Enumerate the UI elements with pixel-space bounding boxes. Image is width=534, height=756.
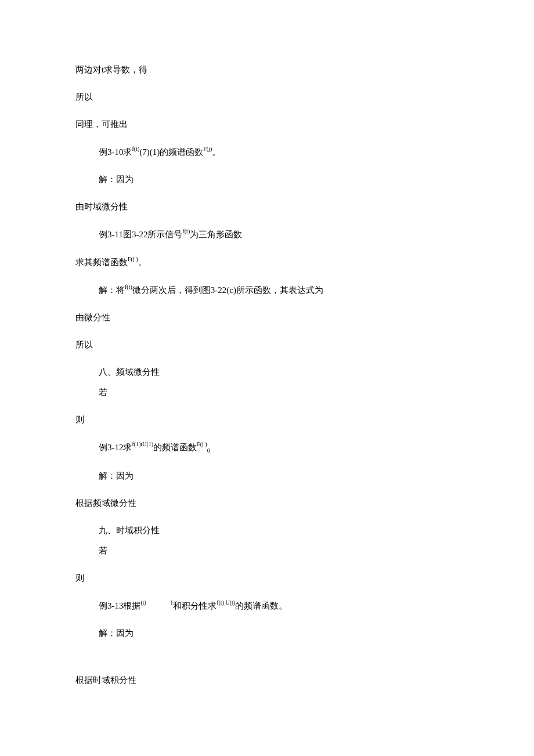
text-line: 根据时域积分性 <box>75 674 459 686</box>
superscript: f(t) <box>125 284 132 290</box>
text-line: 所以 <box>75 339 459 351</box>
superscript: f(t) U(t) <box>217 599 235 606</box>
text: 为三角形函数 <box>190 230 242 239</box>
text-line: 九、时域积分性 <box>75 525 459 537</box>
superscript: f(t) <box>132 146 140 152</box>
text-line: 解：因为 <box>75 627 459 639</box>
superscript: F(j) <box>203 146 212 152</box>
subscript: 0 <box>207 447 210 454</box>
text-line: 则 <box>75 572 459 584</box>
text: 例3-13根据 <box>99 601 141 610</box>
text: 例3-10求 <box>99 147 132 157</box>
text: 求其频谱函数 <box>75 258 128 267</box>
text: 解：将 <box>99 285 125 295</box>
text-line: 则 <box>75 414 459 426</box>
text: 微分两次后，得到图3-22(c)所示函数，其表达式为 <box>132 285 323 295</box>
text-line: 由微分性 <box>75 312 459 324</box>
text: (7)(1)的频谱函数 <box>139 147 203 157</box>
text-line: 两边对t求导数，得 <box>75 64 459 76</box>
text: 和积分性求 <box>173 601 217 610</box>
text <box>146 601 170 610</box>
text-line: 例3-10求f(t)(7)(1)的频谱函数F(j)。 <box>75 146 459 158</box>
superscript: f(1) <box>132 441 141 447</box>
superscript: F(j ) <box>128 256 138 262</box>
text: 的频谱函数。 <box>235 601 287 610</box>
superscript: 1 <box>170 599 173 606</box>
text-line: 例3-11图3-22所示信号f(t)为三角形函数 <box>75 228 459 241</box>
text: 。 <box>212 147 221 157</box>
text: 。 <box>138 258 147 267</box>
text-line: 根据频域微分性 <box>75 497 459 509</box>
text-line: 若 <box>75 386 459 399</box>
document-page: 两边对t求导数，得 所以 同理，可推出 例3-10求f(t)(7)(1)的频谱函… <box>0 0 534 756</box>
text-line: 求其频谱函数F(j )。 <box>75 256 459 269</box>
text-line: 由时域微分性 <box>75 201 459 213</box>
superscript: tU(1) <box>141 441 154 447</box>
text-line: 例3-13根据(t) 1和积分性求f(t) U(t)的频谱函数。 <box>75 599 459 612</box>
text-line: 所以 <box>75 91 459 103</box>
text: 例3-12求 <box>99 443 132 452</box>
superscript: F(j ) <box>197 441 207 447</box>
superscript: f(t) <box>182 228 190 234</box>
text-line: 若 <box>75 545 459 557</box>
text-line: 八、频域微分性 <box>75 366 459 378</box>
text-line: 解：将f(t)微分两次后，得到图3-22(c)所示函数，其表达式为 <box>75 284 459 296</box>
text-line: 同理，可推出 <box>75 118 459 131</box>
text-line: 解：因为 <box>75 173 459 186</box>
text: 的频谱函数 <box>153 443 197 452</box>
superscript: (t) <box>141 599 146 606</box>
text-line: 例3-12求f(1)tU(1)的频谱函数F(j )0 <box>75 441 459 455</box>
text-line: 解：因为 <box>75 470 459 482</box>
text: 例3-11图3-22所示信号 <box>99 230 182 239</box>
